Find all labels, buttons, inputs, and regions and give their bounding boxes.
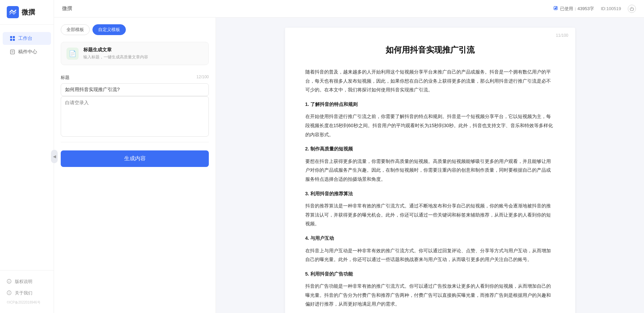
sidebar-bottom: © 版权说明 关于我们 ©ICP备2022018946号 [0, 270, 54, 313]
drafts-icon [9, 49, 16, 55]
svg-rect-14 [555, 7, 556, 9]
workspace-label: 工作台 [18, 35, 32, 41]
document-content: 11/100 如何用抖音实现推广引流 随着抖音的普及，越来越多的人开始利用这个短… [285, 28, 575, 313]
body-paragraph: 抖音的广告功能是一种非常有效的推广引流方式。你可以通过广告投放来让更多的人看到你… [305, 282, 555, 309]
about-item[interactable]: 关于我们 [0, 287, 54, 299]
sidebar-item-drafts[interactable]: 稿件中心 [3, 46, 51, 58]
copyright-item[interactable]: © 版权说明 [0, 276, 54, 287]
content-area: 全部模板 自定义模板 📄 标题生成文章 输入标题，一键生成高质量文章内容 标题 … [54, 18, 644, 313]
sidebar-nav: 工作台 稿件中心 [0, 25, 54, 270]
right-panel: 11/100 如何用抖音实现推广引流 随着抖音的普及，越来越多的人开始利用这个短… [216, 18, 644, 313]
page-number: 11/100 [556, 33, 568, 38]
svg-text:©: © [8, 280, 10, 283]
svg-rect-3 [13, 39, 15, 41]
drafts-label: 稿件中心 [18, 49, 37, 55]
tab-all-templates[interactable]: 全部模板 [61, 24, 90, 35]
svg-rect-15 [556, 7, 557, 9]
section-heading: 1. 了解抖音的特点和规则 [305, 100, 555, 109]
section-heading: 3. 利用抖音的推荐算法 [305, 189, 555, 198]
body-paragraph: 随着抖音的普及，越来越多的人开始利用这个短视频分享平台来推广自己的产品或服务。抖… [305, 67, 555, 94]
svg-rect-13 [555, 8, 555, 9]
sidebar-collapse-button[interactable]: ◀ [51, 150, 58, 163]
section-heading: 2. 制作高质量的短视频 [305, 144, 555, 153]
left-panel: 全部模板 自定义模板 📄 标题生成文章 输入标题，一键生成高质量文章内容 标题 … [54, 18, 216, 313]
usage-icon [553, 6, 558, 11]
icp-text: ©ICP备2022018946号 [0, 299, 54, 308]
logo-area: 微撰 [0, 0, 54, 25]
title-input[interactable] [61, 83, 209, 96]
template-card-info: 标题生成文章 输入标题，一键生成高质量文章内容 [83, 47, 148, 60]
section-heading: 4. 与用户互动 [305, 234, 555, 243]
power-button[interactable] [628, 5, 636, 13]
svg-rect-4 [10, 50, 15, 54]
id-label: ID:100519 [601, 6, 621, 11]
sidebar-item-workspace[interactable]: 工作台 [3, 32, 51, 45]
document-body: 随着抖音的普及，越来越多的人开始利用这个短视频分享平台来推广自己的产品或服务。抖… [305, 67, 555, 309]
topbar-right: 已使用：43953字 ID:100519 [553, 5, 636, 13]
main-area: 微撰 已使用：43953字 ID:100519 [54, 0, 644, 313]
copyright-label: 版权说明 [15, 279, 32, 285]
topbar-title: 微撰 [62, 5, 72, 12]
title-field-label: 标题 12/100 [61, 75, 209, 81]
body-paragraph: 要想在抖音上获得更多的流量，你需要制作高质量的短视频。高质量的短视频能够吸引更多… [305, 157, 555, 184]
svg-rect-1 [13, 36, 15, 38]
divider [61, 142, 209, 142]
workspace-icon [9, 35, 16, 41]
copyright-icon: © [7, 279, 12, 284]
sidebar: 微撰 工作台 稿件中心 [0, 0, 54, 313]
topbar: 微撰 已使用：43953字 ID:100519 [54, 0, 644, 18]
keyword-input[interactable] [61, 96, 209, 137]
document-title: 如何用抖音实现推广引流 [305, 45, 555, 55]
body-paragraph: 在抖音上与用户互动是一种非常有效的推广引流方式。你可以通过回复评论、点赞、分享等… [305, 246, 555, 264]
template-card-icon: 📄 [66, 48, 79, 60]
title-char-count: 12/100 [196, 75, 209, 81]
usage-info: 已使用：43953字 [553, 6, 594, 12]
template-card-title: 标题生成文章 [83, 47, 148, 53]
template-card-desc: 输入标题，一键生成高质量文章内容 [83, 54, 148, 60]
svg-rect-2 [10, 39, 12, 41]
template-card[interactable]: 📄 标题生成文章 输入标题，一键生成高质量文章内容 [61, 42, 209, 65]
svg-point-11 [9, 292, 9, 292]
section-heading: 5. 利用抖音的广告功能 [305, 269, 555, 279]
about-label: 关于我们 [15, 290, 32, 296]
logo-icon [7, 6, 19, 18]
tab-custom-templates[interactable]: 自定义模板 [92, 24, 126, 35]
title-label-text: 标题 [61, 75, 69, 81]
body-paragraph: 抖音的推荐算法是一种非常有效的推广引流方式。通过不断地发布和分享自己的短视频，你… [305, 201, 555, 228]
svg-rect-0 [10, 36, 12, 38]
body-paragraph: 在开始使用抖音进行推广引流之前，你需要了解抖音的特点和规则。抖音是一个短视频分享… [305, 112, 555, 139]
generate-button[interactable]: 生成内容 [61, 150, 209, 167]
template-tabs: 全部模板 自定义模板 [61, 24, 209, 35]
usage-label: 已使用：43953字 [560, 6, 594, 12]
about-icon [7, 290, 12, 296]
logo-text: 微撰 [22, 8, 35, 17]
